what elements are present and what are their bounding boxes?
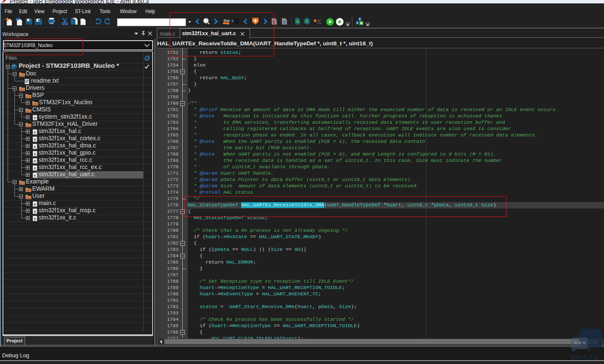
svg-text:c: c [34, 209, 36, 214]
svg-text:c: c [34, 202, 36, 206]
svg-text:c: c [34, 137, 36, 142]
svg-text:c: c [34, 144, 36, 149]
svg-text:c: c [34, 217, 36, 221]
svg-text:c: c [34, 152, 36, 156]
svg-text:c: c [34, 166, 36, 170]
svg-text:c: c [34, 159, 36, 163]
svg-text:c: c [34, 173, 36, 178]
svg-text:ST: ST [571, 354, 578, 361]
svg-text:c: c [34, 116, 36, 120]
svg-text:c: c [34, 130, 36, 134]
